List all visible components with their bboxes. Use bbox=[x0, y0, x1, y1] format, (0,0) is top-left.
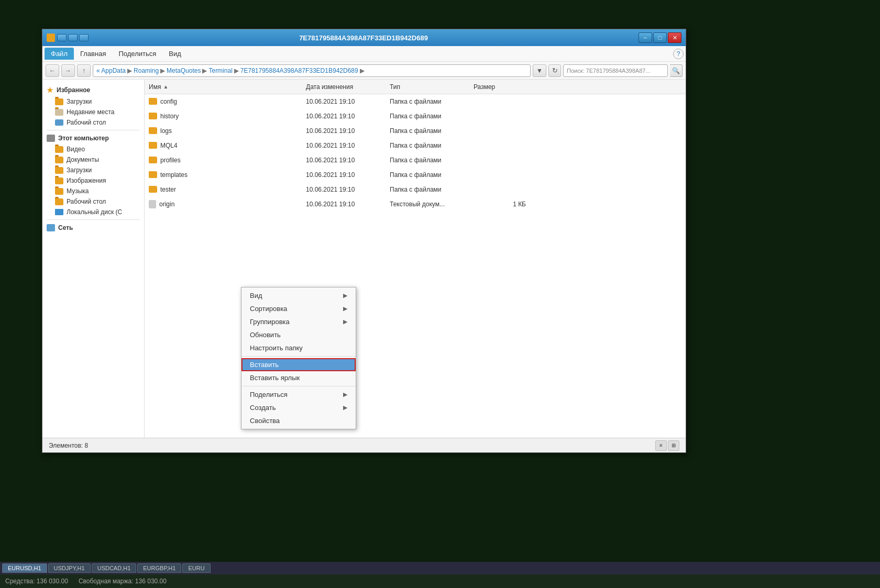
star-icon: ★ bbox=[47, 86, 53, 94]
table-row[interactable]: templates 10.06.2021 19:10 Папка с файла… bbox=[145, 168, 686, 182]
file-date-cell: 10.06.2021 19:10 bbox=[306, 186, 390, 193]
path-hash[interactable]: 7E781795884A398A87F33ED1B942D689 bbox=[240, 67, 358, 74]
file-date-cell: 10.06.2021 19:10 bbox=[306, 171, 390, 179]
chart-tab-1[interactable]: USDJPY,H1 bbox=[48, 563, 91, 573]
ctx-item-5[interactable]: Вставить bbox=[241, 358, 356, 371]
folder-icon-downloads2 bbox=[55, 167, 63, 174]
file-name: templates bbox=[160, 171, 188, 179]
ctx-item-4[interactable]: Настроить папку bbox=[241, 341, 356, 354]
col-header-size[interactable]: Размер bbox=[474, 83, 526, 91]
folder-icon-downloads bbox=[55, 98, 63, 105]
chart-tab-2[interactable]: USDCAD,H1 bbox=[92, 563, 137, 573]
file-name-cell: tester bbox=[149, 186, 306, 193]
close-button[interactable]: ✕ bbox=[668, 32, 681, 43]
menu-tab-view[interactable]: Вид bbox=[162, 48, 188, 60]
sidebar-item-desktop-fav[interactable]: Рабочий стол bbox=[42, 117, 144, 128]
refresh-button[interactable]: ↻ bbox=[548, 64, 561, 77]
folder-icon bbox=[149, 98, 157, 105]
sidebar-item-drive[interactable]: Локальный диск (С bbox=[42, 207, 144, 217]
maximize-button[interactable]: □ bbox=[653, 32, 667, 43]
sidebar-network-header[interactable]: Сеть bbox=[42, 222, 144, 234]
col-header-date[interactable]: Дата изменения bbox=[306, 83, 390, 91]
path-sep-1: ▶ bbox=[127, 67, 132, 74]
path-terminal[interactable]: Terminal bbox=[208, 67, 232, 74]
table-row[interactable]: history 10.06.2021 19:10 Папка с файлами bbox=[145, 109, 686, 124]
sidebar-item-video[interactable]: Видео bbox=[42, 144, 144, 154]
col-header-name[interactable]: Имя ▲ bbox=[149, 83, 306, 91]
ctx-item-3[interactable]: Обновить bbox=[241, 328, 356, 341]
col-date-label: Дата изменения bbox=[306, 83, 353, 91]
folder-icon-video bbox=[55, 146, 63, 153]
ctx-item-0[interactable]: Вид▶ bbox=[241, 289, 356, 302]
folder-icon bbox=[149, 157, 157, 163]
ctx-submenu-arrow: ▶ bbox=[343, 318, 347, 325]
dropdown-button[interactable]: ▼ bbox=[533, 64, 546, 77]
chart-tab-4[interactable]: EURU bbox=[182, 563, 210, 573]
table-row[interactable]: profiles 10.06.2021 19:10 Папка с файлам… bbox=[145, 153, 686, 168]
chart-tab-0[interactable]: EURUSD,H1 bbox=[2, 563, 47, 573]
path-appdata[interactable]: « AppData bbox=[96, 67, 126, 74]
sidebar-item-downloads[interactable]: Загрузки bbox=[42, 96, 144, 107]
col-header-type[interactable]: Тип bbox=[390, 83, 474, 91]
file-name-cell: config bbox=[149, 98, 306, 105]
menu-tab-file[interactable]: Файл bbox=[45, 48, 74, 60]
sidebar-item-images[interactable]: Изображения bbox=[42, 175, 144, 186]
sidebar-favorites-label: Избранное bbox=[57, 86, 90, 94]
folder-icon bbox=[149, 127, 157, 134]
file-name-cell: origin bbox=[149, 200, 306, 208]
folder-icon bbox=[149, 171, 157, 178]
file-name: config bbox=[160, 98, 177, 105]
table-row[interactable]: config 10.06.2021 19:10 Папка с файлами bbox=[145, 94, 686, 109]
sidebar-favorites-header[interactable]: ★ Избранное bbox=[42, 84, 144, 96]
sidebar-label-downloads: Загрузки bbox=[67, 98, 92, 105]
file-name: tester bbox=[160, 186, 176, 193]
path-metaquotes[interactable]: MetaQuotes bbox=[167, 67, 201, 74]
search-button[interactable]: 🔍 bbox=[670, 64, 683, 77]
ctx-submenu-arrow: ▶ bbox=[343, 305, 347, 312]
file-name: origin bbox=[159, 201, 174, 208]
file-date-cell: 10.06.2021 19:10 bbox=[306, 113, 390, 120]
ctx-item-8[interactable]: Создать▶ bbox=[241, 401, 356, 414]
drive-icon bbox=[55, 209, 63, 215]
minimize-button[interactable]: − bbox=[639, 32, 652, 43]
ctx-item-2[interactable]: Группировка▶ bbox=[241, 315, 356, 328]
up-button[interactable]: ↑ bbox=[77, 64, 91, 77]
sidebar-item-downloads2[interactable]: Загрузки bbox=[42, 165, 144, 175]
ctx-item-6[interactable]: Вставить ярлык bbox=[241, 371, 356, 384]
quick-access-btn-3[interactable] bbox=[79, 34, 89, 41]
sidebar-item-docs[interactable]: Документы bbox=[42, 154, 144, 165]
ctx-item-1[interactable]: Сортировка▶ bbox=[241, 302, 356, 315]
quick-access-btn-1[interactable] bbox=[57, 34, 67, 41]
table-row[interactable]: MQL4 10.06.2021 19:10 Папка с файлами bbox=[145, 138, 686, 153]
sidebar-computer-header[interactable]: Этот компьютер bbox=[42, 132, 144, 144]
sidebar-label-images: Изображения bbox=[67, 177, 106, 184]
back-button[interactable]: ← bbox=[46, 64, 59, 77]
sidebar-item-desktop[interactable]: Рабочий стол bbox=[42, 196, 144, 207]
ctx-item-label: Вид bbox=[250, 292, 262, 299]
ctx-item-9[interactable]: Свойства bbox=[241, 414, 356, 427]
file-list-area: Имя ▲ Дата изменения Тип Размер config 1… bbox=[145, 80, 686, 438]
sidebar-item-music[interactable]: Музыка bbox=[42, 186, 144, 196]
explorer-window: 7E781795884A398A87F33ED1B942D689 − □ ✕ Ф… bbox=[42, 29, 686, 453]
table-row[interactable]: logs 10.06.2021 19:10 Папка с файлами bbox=[145, 124, 686, 138]
col-type-label: Тип bbox=[390, 83, 400, 91]
file-date-cell: 10.06.2021 19:10 bbox=[306, 157, 390, 164]
view-btn-list[interactable]: ≡ bbox=[655, 440, 667, 451]
ctx-item-7[interactable]: Поделиться▶ bbox=[241, 388, 356, 401]
table-row[interactable]: origin 10.06.2021 19:10 Текстовый докум.… bbox=[145, 197, 686, 212]
chart-tab-3[interactable]: EURGBP,H1 bbox=[137, 563, 181, 573]
address-path[interactable]: « AppData ▶ Roaming ▶ MetaQuotes ▶ Termi… bbox=[93, 64, 531, 77]
sidebar-item-recent[interactable]: Недавние места bbox=[42, 107, 144, 117]
help-button[interactable]: ? bbox=[673, 49, 684, 59]
quick-access-btn-2[interactable] bbox=[68, 34, 78, 41]
search-box[interactable]: Поиск: 7E781795884A398A87... bbox=[563, 64, 668, 77]
path-roaming[interactable]: Roaming bbox=[134, 67, 159, 74]
balance-label: Средства: 136 030.00 bbox=[5, 578, 68, 585]
menu-tab-home[interactable]: Главная bbox=[74, 48, 112, 60]
forward-button[interactable]: → bbox=[61, 64, 75, 77]
table-row[interactable]: tester 10.06.2021 19:10 Папка с файлами bbox=[145, 182, 686, 197]
sidebar-label-desktop: Рабочий стол bbox=[67, 198, 106, 205]
pc-icon bbox=[47, 135, 55, 142]
menu-tab-share[interactable]: Поделиться bbox=[112, 48, 162, 60]
view-btn-grid[interactable]: ⊞ bbox=[668, 440, 679, 451]
